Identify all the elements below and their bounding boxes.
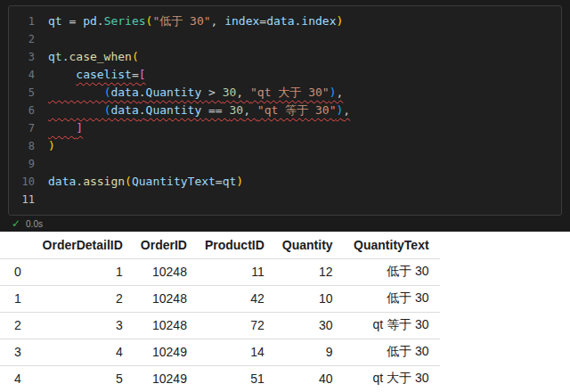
table-cell: 51 — [198, 365, 275, 392]
table-cell: 30 — [275, 312, 344, 339]
line-number: 1 — [9, 12, 48, 30]
execution-time: 0.0s — [26, 219, 43, 229]
table-cell: 3 — [32, 312, 134, 339]
code-text: data.assign(QuantityText=qt) — [48, 173, 243, 191]
table-cell: 10248 — [134, 312, 198, 339]
cell-output: OrderDetailIDOrderIDProductIDQuantityQua… — [0, 232, 570, 392]
code-text: (data.Quantity > 30, "qt 大于 30"), — [48, 84, 343, 102]
code-text: (data.Quantity == 30, "qt 等于 30"), — [48, 102, 350, 119]
table-row: 12102484210低于 30 — [0, 285, 440, 312]
table-header-row: OrderDetailIDOrderIDProductIDQuantityQua… — [0, 232, 440, 258]
code-text: ] — [48, 119, 83, 137]
table-cell: 11 — [198, 258, 275, 285]
column-header: OrderDetailID — [32, 232, 134, 258]
row-index: 1 — [0, 285, 32, 312]
code-line[interactable]: 2 — [9, 30, 561, 48]
code-line[interactable]: 9 — [9, 155, 561, 173]
table-row: 45102495140qt 大于 30 — [0, 365, 440, 392]
table-row: 3410249149低于 30 — [0, 339, 440, 365]
row-index: 3 — [0, 339, 32, 365]
code-text: ) — [48, 137, 55, 155]
table-row: 01102481112低于 30 — [0, 258, 440, 285]
table-cell: 10249 — [134, 365, 198, 392]
dataframe-table: OrderDetailIDOrderIDProductIDQuantityQua… — [0, 232, 440, 392]
table-body: 01102481112低于 3012102484210低于 3023102487… — [0, 258, 440, 392]
table-row: 23102487230qt 等于 30 — [0, 312, 440, 339]
table-cell: 1 — [32, 258, 134, 285]
column-header: OrderID — [134, 232, 198, 258]
table-cell: qt 大于 30 — [344, 365, 440, 392]
row-index: 2 — [0, 312, 32, 339]
line-number: 11 — [9, 191, 48, 208]
execution-status: ✓ 0.0s — [12, 218, 43, 229]
index-header — [0, 232, 32, 258]
column-header: QuantityText — [344, 232, 440, 258]
code-line[interactable]: 7 ] — [9, 119, 561, 137]
table-cell: qt 等于 30 — [344, 312, 440, 339]
code-line[interactable]: 4 caselist=[ — [9, 66, 561, 84]
table-cell: 低于 30 — [344, 258, 440, 285]
table-cell: 10248 — [134, 258, 198, 285]
table-cell: 40 — [275, 365, 344, 392]
table-cell: 5 — [32, 365, 134, 392]
table-cell: 10249 — [134, 339, 198, 365]
table-cell: 低于 30 — [344, 339, 440, 365]
code-lines: 1qt = pd.Series("低于 30", index=data.inde… — [9, 12, 561, 208]
table-cell: 4 — [32, 339, 134, 365]
code-line[interactable]: 1qt = pd.Series("低于 30", index=data.inde… — [9, 12, 561, 30]
table-cell: 42 — [198, 285, 275, 312]
line-number: 3 — [9, 48, 48, 66]
code-line[interactable]: 6 (data.Quantity == 30, "qt 等于 30"), — [9, 102, 561, 119]
check-icon: ✓ — [12, 218, 20, 229]
table-cell: 72 — [198, 312, 275, 339]
column-header: ProductID — [198, 232, 275, 258]
code-text: qt = pd.Series("低于 30", index=data.index… — [48, 12, 343, 30]
table-cell: 9 — [275, 339, 344, 365]
line-number: 5 — [9, 84, 48, 102]
table-cell: 12 — [275, 258, 344, 285]
line-number: 9 — [9, 155, 48, 173]
column-header: Quantity — [275, 232, 344, 258]
code-text: qt.case_when( — [48, 48, 139, 66]
line-number: 4 — [9, 66, 48, 84]
line-number: 10 — [9, 173, 48, 191]
table-cell: 10 — [275, 285, 344, 312]
table-cell: 2 — [32, 285, 134, 312]
row-index: 4 — [0, 365, 32, 392]
code-cell[interactable]: 1qt = pd.Series("低于 30", index=data.inde… — [8, 5, 562, 216]
table-cell: 10248 — [134, 285, 198, 312]
table-cell: 14 — [198, 339, 275, 365]
code-line[interactable]: 5 (data.Quantity > 30, "qt 大于 30"), — [9, 84, 561, 102]
code-text: caselist=[ — [48, 66, 146, 84]
code-line[interactable]: 10data.assign(QuantityText=qt) — [9, 173, 561, 191]
line-number: 8 — [9, 137, 48, 155]
code-line[interactable]: 8) — [9, 137, 561, 155]
code-line[interactable]: 11 — [9, 191, 561, 208]
code-line[interactable]: 3qt.case_when( — [9, 48, 561, 66]
line-number: 7 — [9, 119, 48, 137]
line-number: 6 — [9, 102, 48, 119]
table-cell: 低于 30 — [344, 285, 440, 312]
row-index: 0 — [0, 258, 32, 285]
line-number: 2 — [9, 30, 48, 48]
